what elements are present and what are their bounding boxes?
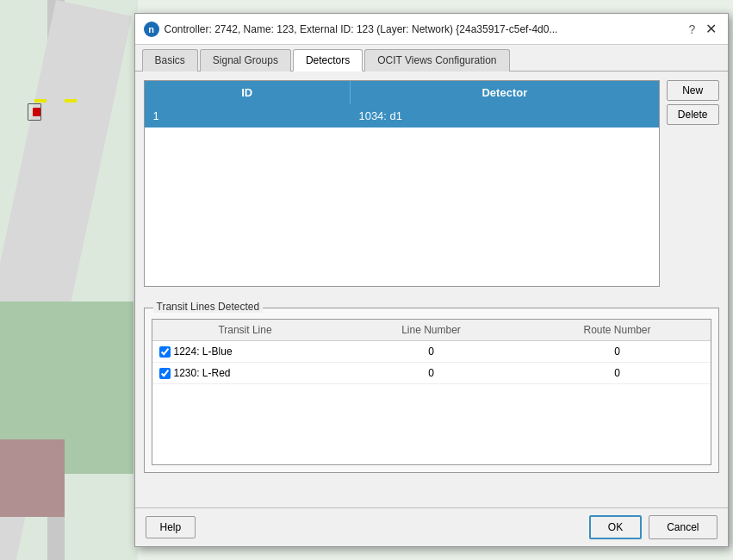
help-icon-button[interactable]: ? [685, 22, 700, 37]
transit-checkbox[interactable] [159, 368, 171, 379]
help-button[interactable]: Help [146, 516, 196, 538]
detectors-section: ID Detector 1 1034: d1 New Delete [144, 80, 719, 297]
col-header-detector: Detector [350, 81, 658, 104]
tab-signal-groups[interactable]: Signal Groups [200, 49, 291, 72]
cancel-button[interactable]: Cancel [649, 515, 717, 539]
close-button[interactable]: ✕ [704, 22, 719, 37]
transit-line-name: 1230: L-Red [174, 367, 231, 379]
cell-transit-line: 1230: L-Red [152, 363, 339, 384]
dialog-title: Controller: 2742, Name: 123, External ID… [165, 23, 558, 35]
cell-route-number: 0 [525, 363, 711, 384]
title-controls: ? ✕ [685, 22, 719, 37]
transit-table-container: Transit Line Line Number Route Number 12… [152, 319, 711, 465]
transit-table-header: Transit Line Line Number Route Number [152, 320, 711, 341]
ok-button[interactable]: OK [589, 515, 642, 539]
col-route-number: Route Number [525, 320, 711, 341]
app-icon: n [144, 22, 159, 37]
transit-line-name: 1224: L-Blue [174, 345, 233, 358]
cell-line-number: 0 [339, 341, 525, 363]
detectors-table-header: ID Detector [145, 81, 659, 104]
detectors-table: ID Detector 1 1034: d1 [145, 81, 659, 128]
title-bar: n Controller: 2742, Name: 123, External … [135, 14, 728, 45]
dialog-window: n Controller: 2742, Name: 123, External … [134, 13, 729, 547]
cell-detector: 1034: d1 [350, 104, 658, 128]
detectors-table-container: ID Detector 1 1034: d1 [144, 80, 660, 287]
tab-basics[interactable]: Basics [142, 49, 198, 72]
table-row[interactable]: 1 1034: d1 [145, 104, 659, 128]
col-header-id: ID [145, 81, 351, 104]
cell-line-number: 0 [339, 363, 525, 384]
transit-table: Transit Line Line Number Route Number 12… [152, 320, 711, 384]
transit-lines-section: Transit Lines Detected Transit Line Line… [144, 308, 719, 473]
transit-checkbox[interactable] [159, 346, 171, 358]
transit-section-legend: Transit Lines Detected [153, 301, 264, 313]
delete-button[interactable]: Delete [667, 104, 719, 125]
list-item[interactable]: 1230: L-Red 0 0 [152, 363, 711, 384]
cell-route-number: 0 [525, 341, 711, 363]
tab-ocit[interactable]: OCIT Views Configuration [364, 49, 509, 72]
dialog-content: ID Detector 1 1034: d1 New Delete Transi… [135, 72, 728, 507]
cell-transit-line: 1224: L-Blue [152, 341, 339, 363]
new-button[interactable]: New [667, 80, 719, 101]
title-bar-left: n Controller: 2742, Name: 123, External … [144, 22, 558, 37]
tab-detectors[interactable]: Detectors [293, 49, 363, 72]
col-transit-line: Transit Line [152, 320, 339, 341]
footer-right: OK Cancel [589, 515, 717, 539]
dialog-footer: Help OK Cancel [135, 507, 728, 546]
side-buttons: New Delete [667, 80, 719, 297]
tab-bar: Basics Signal Groups Detectors OCIT View… [135, 45, 728, 72]
cell-id: 1 [145, 104, 351, 128]
col-line-number: Line Number [339, 320, 525, 341]
list-item[interactable]: 1224: L-Blue 0 0 [152, 341, 711, 363]
